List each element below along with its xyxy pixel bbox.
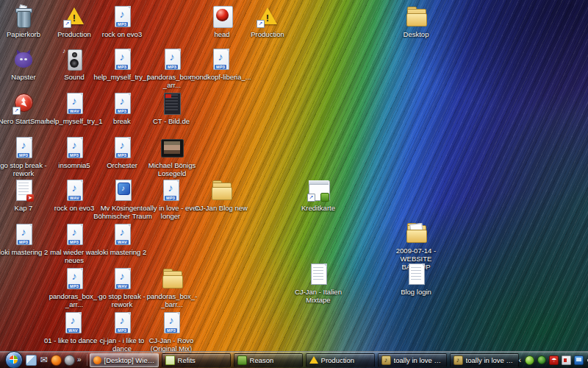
desktop-icon-desktop[interactable]: Desktop — [385, 6, 447, 38]
audio-icon — [381, 355, 391, 365]
desktop-icon-pandoras-box-barr[interactable]: pandoras_box_-_barr... — [141, 268, 203, 308]
warning-triangle-icon — [61, 6, 87, 28]
desktop-icon-loki-mastering-2[interactable]: WAVloki mastering 2 — [91, 224, 153, 256]
task-button-label: Production — [321, 356, 354, 364]
network-icon[interactable] — [574, 355, 584, 365]
audio-format-tag: MP3 — [116, 153, 128, 158]
task-button-desktop-wie-sieht[interactable]: [Desktop] Wie sieht ... — [90, 353, 159, 367]
firefox-icon[interactable] — [51, 355, 62, 366]
green-shield-icon[interactable] — [537, 355, 546, 364]
desktop-icon-kreditkarte[interactable]: Kreditkarte — [287, 180, 349, 212]
icon-label: Desktop — [385, 30, 447, 38]
folder-icon — [208, 180, 234, 202]
desktop[interactable]: PapierkorbProductionMP3rock on evo3headP… — [0, 0, 588, 368]
audio-file-icon: WAV — [109, 268, 135, 290]
desktop-icon-cj-jan-italien-mixtape[interactable]: CJ-Jan - Italien Mixtape — [287, 263, 349, 304]
full-folder-icon — [403, 222, 429, 244]
quicklaunch-overflow-chevron[interactable]: » — [77, 355, 82, 364]
task-button-production[interactable]: Production — [306, 353, 375, 367]
audio-file-icon: MP3 — [61, 224, 87, 246]
icon-label: rock on evo3 — [91, 30, 153, 38]
icon-label: Production — [237, 30, 298, 38]
speaker-icon — [61, 49, 87, 71]
warning-triangle-icon — [254, 6, 281, 28]
task-button-refits[interactable]: Refits — [162, 353, 231, 367]
napster-cat-icon — [10, 49, 37, 71]
icon-label: Blog login — [385, 288, 447, 296]
task-button-toally-in-love-even[interactable]: toally in love - even ... — [378, 353, 447, 367]
desktop-icon-production[interactable]: Production — [237, 6, 298, 38]
audio-file-icon: WAV — [109, 224, 135, 246]
audio-file-icon: MP3 — [207, 49, 234, 71]
audio-file-icon: MP3 — [109, 137, 135, 159]
reason-icon — [237, 355, 247, 365]
audio-format-tag: MP3 — [116, 328, 128, 333]
task-button-label: Refits — [178, 356, 196, 364]
task-button-toally-in-love-even[interactable]: toally in love - even ... — [450, 353, 519, 367]
icon-label: pandoras_box_-_barr... — [141, 292, 203, 308]
audio-file-icon: MP3 — [61, 137, 87, 159]
audio-icon — [453, 355, 463, 365]
folder-icon — [159, 268, 185, 290]
taskbar-separator — [87, 354, 87, 366]
start-button[interactable] — [5, 351, 23, 368]
audio-format-tag: MP3 — [116, 109, 128, 113]
show-desktop-icon[interactable] — [26, 355, 37, 366]
tray-collapse-chevron[interactable]: ‹ — [519, 355, 522, 364]
icon-label: CT - Bild.de — [140, 117, 202, 125]
green-messenger-icon[interactable] — [525, 355, 534, 365]
task-button-reason[interactable]: Reason — [234, 353, 303, 367]
desktop-icon-rock-on-evo3[interactable]: MP3rock on evo3 — [91, 6, 153, 38]
desktop-icon-mondkopf-liberia[interactable]: MP3mondkopf-liberia_... — [190, 49, 251, 81]
recycle-bin-icon — [10, 6, 37, 28]
audio-file-icon: WAV — [60, 312, 86, 334]
audio-file-icon: MP3 — [157, 180, 184, 202]
media-file-icon — [110, 180, 136, 202]
audio-format-tag: WAV — [68, 196, 81, 200]
audio-format-tag: WAV — [67, 328, 79, 333]
media-icon[interactable] — [64, 355, 75, 366]
screen: PapierkorbProductionMP3rock on evo3headP… — [0, 0, 588, 368]
shortcut-arrow-badge — [63, 20, 71, 28]
nero-startsmart-icon — [10, 93, 37, 115]
audio-file-icon: MP3 — [61, 268, 87, 290]
windows-logo-icon — [10, 355, 18, 364]
language-icon[interactable] — [562, 355, 571, 365]
audio-format-tag: MP3 — [165, 196, 176, 200]
task-button-label: toally in love - even ... — [394, 356, 443, 364]
audio-file-icon: MP3 — [109, 6, 135, 28]
mail-icon[interactable] — [39, 355, 49, 365]
audio-format-tag: MP3 — [116, 22, 128, 26]
audio-file-icon: MP3 — [109, 49, 135, 71]
desktop-icon-ct-bild-de[interactable]: CT - Bild.de — [140, 93, 202, 125]
firefox-icon — [93, 356, 101, 364]
window-green-badge-icon — [305, 180, 331, 202]
desktop-icon-blog-login[interactable]: Blog login — [385, 263, 447, 296]
icon-label: Kreditkarte — [287, 204, 349, 212]
task-buttons: [Desktop] Wie sieht ...RefitsReasonProdu… — [90, 353, 519, 367]
desktop-icon-cj-jan-rovo-original-mix[interactable]: MP3CJ-Jan - Rovo (Original Mix) — [140, 312, 202, 353]
audio-format-tag: MP3 — [215, 65, 226, 69]
text-document-icon — [305, 263, 331, 286]
avira-icon[interactable] — [549, 355, 559, 365]
desktop-icon-michael-b-nigs-losegeld[interactable]: Michael Bönigs Losegeld — [141, 137, 203, 177]
desktop-icon-cj-jan-blog-new[interactable]: CJ-Jan Blog new — [190, 180, 252, 212]
task-button-label: [Desktop] Wie sieht ... — [104, 356, 155, 364]
audio-format-tag: MP3 — [18, 153, 29, 158]
audio-format-tag: WAV — [116, 240, 129, 244]
task-button-label: Reason — [250, 356, 274, 364]
audio-file-icon: MP3 — [10, 224, 37, 246]
tray-icons — [525, 355, 588, 365]
shortcut-arrow-badge — [12, 107, 21, 115]
doc-green-icon — [165, 355, 175, 365]
audio-file-icon: MP3 — [158, 312, 184, 334]
taskbar: » [Desktop] Wie sieht ...RefitsReasonPro… — [0, 351, 588, 368]
audio-file-icon: WAV — [61, 180, 87, 202]
audio-file-icon: MP3 — [10, 137, 37, 159]
photo-thumbnail-icon — [159, 137, 185, 159]
red-orb-icon — [209, 6, 235, 28]
shortcut-arrow-badge — [307, 194, 315, 202]
audio-format-tag: WAV — [116, 284, 129, 289]
icon-label: Michael Bönigs Losegeld — [141, 161, 203, 177]
audio-format-tag: MP3 — [68, 240, 80, 244]
